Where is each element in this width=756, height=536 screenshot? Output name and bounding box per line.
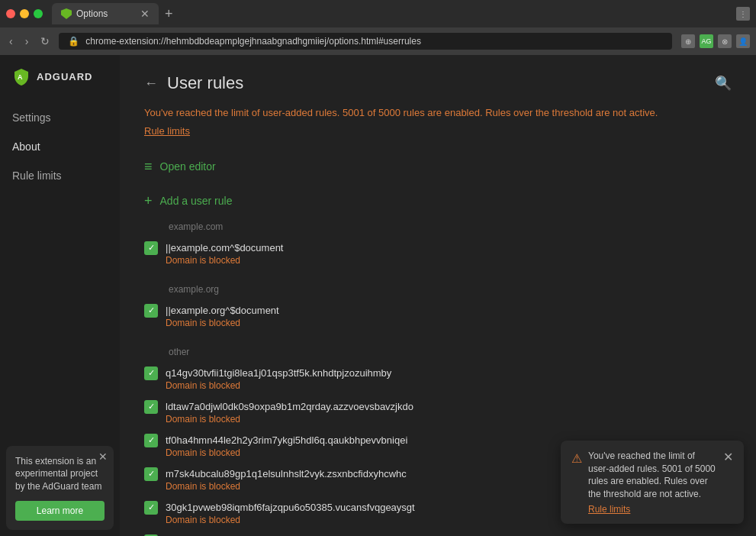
open-editor-button[interactable]: ≡ Open editor	[144, 153, 216, 181]
list-item: ldtaw7a0djwl0dk0s9oxpa9b1m2qrday.azzvoev…	[144, 397, 732, 428]
sidebar-toast-close-button[interactable]: ✕	[98, 450, 108, 463]
rule-group-label: example.com	[144, 221, 732, 232]
address-bar[interactable]: 🔒 chrome-extension://hehmbdbdeapmplgejhn…	[59, 33, 672, 50]
sidebar-nav: Settings About Rule limits	[0, 104, 120, 189]
rule-status: Domain is blocked	[144, 380, 732, 391]
extension-icon-1[interactable]: ⊕	[681, 34, 695, 48]
list-item: ov3dl821jcemw67lu9ignx54a06oxczv.erqiykw…	[144, 531, 732, 537]
maximize-traffic-light[interactable]	[34, 9, 43, 18]
new-tab-button[interactable]: +	[162, 6, 176, 22]
toast-rule-limits-link[interactable]: Rule limits	[588, 504, 630, 515]
adguard-toolbar-icon[interactable]: AG	[700, 34, 713, 48]
rule-checkbox[interactable]	[144, 304, 158, 318]
sidebar-item-about[interactable]: About	[0, 133, 120, 160]
close-traffic-light[interactable]	[6, 9, 15, 18]
warning-text: You've reached the limit of user-added r…	[144, 105, 732, 121]
logo: A ADGUARD	[0, 67, 120, 104]
add-rule-button[interactable]: + Add a user rule	[144, 187, 232, 215]
add-icon: +	[144, 193, 153, 209]
adguard-logo-icon: A	[12, 67, 31, 86]
rule-group-label: other	[144, 347, 732, 357]
rule-text: q14gv30tvfii1tgi8lea1j01qsp3tf5k.knhdtpj…	[166, 367, 391, 379]
rule-text: ||example.com^$document	[166, 242, 283, 253]
rule-checkbox[interactable]	[144, 434, 158, 447]
back-nav-button[interactable]: ‹	[6, 34, 16, 49]
list-item: ||example.org^$documentDomain is blocked	[144, 301, 732, 331]
page-header: ← User rules 🔍	[144, 73, 732, 93]
rule-checkbox[interactable]	[144, 366, 158, 380]
open-editor-label: Open editor	[160, 160, 216, 173]
toast-dismiss-button[interactable]: ✕	[723, 450, 733, 464]
learn-more-button[interactable]: Learn more	[15, 501, 105, 521]
page-title-group: ← User rules	[144, 73, 243, 93]
sidebar-toast: ✕ This extension is an experimental proj…	[6, 446, 114, 530]
rule-status: Domain is blocked	[144, 255, 732, 266]
rule-text: ||example.org^$document	[166, 305, 279, 316]
rule-text: tf0ha4hmn44le2h2y3rim7ykgi5hdl6q.qaukbhp…	[166, 434, 407, 446]
rule-checkbox[interactable]	[144, 467, 158, 481]
rule-text: ldtaw7a0djwl0dk0s9oxpa9b1m2qrday.azzvoev…	[166, 401, 413, 412]
reload-button[interactable]: ↻	[37, 34, 53, 49]
back-button[interactable]: ←	[144, 76, 158, 92]
minimize-traffic-light[interactable]	[20, 9, 29, 18]
warning-banner: You've reached the limit of user-added r…	[144, 105, 732, 137]
tab-close-icon[interactable]: ✕	[140, 8, 150, 20]
browser-chrome: Options ✕ + ⋮ ‹ › ↻ 🔒 chrome-extension:/…	[0, 0, 756, 55]
rule-group-label: example.org	[144, 284, 732, 295]
browser-menu-icon[interactable]: ⋮	[736, 7, 750, 21]
sidebar: A ADGUARD Settings About Rule limits ✕ T…	[0, 55, 120, 536]
rule-checkbox[interactable]	[144, 501, 158, 515]
rule-status: Domain is blocked	[144, 318, 732, 328]
tab-bar: Options ✕ + ⋮	[0, 0, 756, 27]
address-text: chrome-extension://hehmbdbdeapmplgejhnaa…	[85, 36, 421, 47]
list-item: ||example.com^$documentDomain is blocked	[144, 238, 732, 269]
forward-nav-button[interactable]: ›	[22, 34, 32, 49]
rule-text: m7sk4ubcalu89gp1q1elsulnhslt2vyk.zsxnbcf…	[166, 468, 407, 479]
svg-text:A: A	[18, 73, 23, 81]
rule-text: 30gk1pvweb98iqmbf6fajzqpu6o50385.vucansf…	[166, 502, 415, 513]
toast-warning-icon: ⚠	[571, 451, 582, 466]
browser-toolbar-icons: ⊕ AG ⊗ 👤	[681, 34, 750, 48]
address-bar-row: ‹ › ↻ 🔒 chrome-extension://hehmbdbdeapmp…	[0, 27, 756, 55]
toast-body: You've reached the limit of user-added r…	[588, 450, 717, 515]
search-button[interactable]: 🔍	[715, 75, 732, 92]
rule-checkbox[interactable]	[144, 400, 158, 414]
tab-label: Options	[76, 8, 108, 19]
list-item: q14gv30tvfii1tgi8lea1j01qsp3tf5k.knhdtpj…	[144, 363, 732, 394]
logo-text: ADGUARD	[37, 71, 92, 82]
toast-body-text: You've reached the limit of user-added r…	[588, 450, 717, 501]
rule-status: Domain is blocked	[144, 414, 732, 425]
tab-favicon	[61, 8, 72, 19]
bottom-toast: ⚠ You've reached the limit of user-added…	[561, 441, 744, 524]
extension-icon-2[interactable]: ⊗	[718, 34, 732, 48]
sidebar-toast-text: This extension is an experimental projec…	[15, 455, 105, 493]
active-tab[interactable]: Options ✕	[52, 3, 159, 24]
page-title: User rules	[167, 73, 243, 93]
editor-icon: ≡	[144, 159, 153, 175]
sidebar-item-rule-limits[interactable]: Rule limits	[0, 162, 120, 189]
sidebar-item-settings[interactable]: Settings	[0, 104, 120, 131]
add-rule-label: Add a user rule	[160, 195, 233, 207]
traffic-lights	[6, 9, 43, 18]
profile-icon[interactable]: 👤	[736, 34, 750, 48]
rule-checkbox[interactable]	[144, 241, 158, 255]
rule-limits-link[interactable]: Rule limits	[144, 125, 190, 137]
